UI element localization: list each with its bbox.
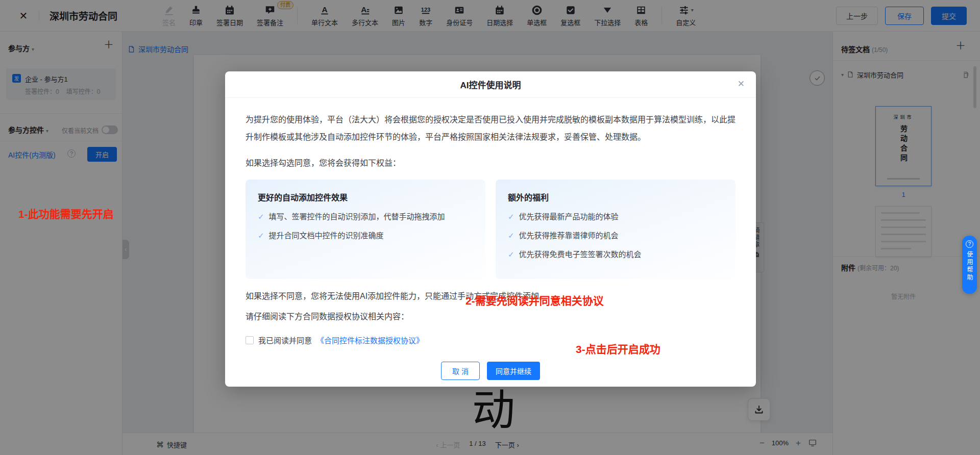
modal-body: 为提升您的使用体验，平台（法大大）将会根据您的授权决定是否使用已投入使用并完成脱… — [225, 98, 756, 380]
modal-footer: 取 消 同意并继续 — [246, 362, 736, 380]
agreement-row: 我已阅读并同意 《合同控件标注数据授权协议》 — [246, 335, 736, 345]
modal-paragraph: 为提升您的使用体验，平台（法大大）将会根据您的授权决定是否使用已投入使用并完成脱… — [246, 111, 736, 146]
check-icon: ✓ — [508, 211, 514, 222]
ai-consent-modal: AI控件使用说明 ✕ 为提升您的使用体验，平台（法大大）将会根据您的授权决定是否… — [225, 71, 756, 387]
benefit-panel-controls: 更好的自动添加控件效果 ✓填写、签署控件的自动识别添加，代替手动拖拽添加 ✓提升… — [246, 180, 485, 279]
help-button[interactable]: ? 使用帮助 — [962, 236, 977, 294]
check-icon: ✓ — [508, 230, 514, 241]
benefit-item: ✓优先获得推荐靠谱律师的机会 — [508, 230, 723, 241]
benefit-item: ✓填写、签署控件的自动识别添加，代替手动拖拽添加 — [258, 211, 473, 222]
benefit-panels: 更好的自动添加控件效果 ✓填写、签署控件的自动识别添加，代替手动拖拽添加 ✓提升… — [246, 180, 736, 279]
agree-continue-button[interactable]: 同意并继续 — [487, 362, 540, 380]
agreement-text: 我已阅读并同意 — [258, 335, 312, 345]
check-icon: ✓ — [258, 211, 264, 222]
benefit-item: ✓优先获得最新产品功能的体验 — [508, 211, 723, 222]
agreement-link[interactable]: 《合同控件标注数据授权协议》 — [316, 335, 424, 345]
benefit-item: ✓提升合同文档中控件的识别准确度 — [258, 230, 473, 241]
benefit-intro: 如果选择勾选同意，您将会获得如下权益： — [246, 156, 736, 168]
benefit-item: ✓优先获得免费电子签签署次数的机会 — [508, 249, 723, 260]
annotation-step-1: 1-此功能需要先开启 — [18, 206, 114, 221]
annotation-step-2: 2-需要先阅读并同意相关协议 — [465, 292, 604, 308]
check-icon: ✓ — [258, 230, 264, 241]
cancel-button[interactable]: 取 消 — [441, 362, 480, 380]
app-root: ✕ 深圳市劳动合同 签名 印章 签署日期 付费 签署备注 — [0, 0, 980, 455]
annotation-step-3: 3-点击后开启成功 — [576, 341, 660, 356]
question-icon: ? — [966, 240, 973, 248]
modal-title: AI控件使用说明 — [460, 78, 521, 91]
agreement-checkbox[interactable] — [246, 336, 254, 344]
benefit-panel-extra: 额外的福利 ✓优先获得最新产品功能的体验 ✓优先获得推荐靠谱律师的机会 ✓优先获… — [496, 180, 736, 279]
check-icon: ✓ — [508, 249, 514, 260]
modal-close-icon[interactable]: ✕ — [738, 80, 745, 88]
read-note: 请仔细阅读下方合同数据授权协议相关内容： — [246, 310, 736, 322]
modal-header: AI控件使用说明 ✕ — [225, 71, 756, 98]
